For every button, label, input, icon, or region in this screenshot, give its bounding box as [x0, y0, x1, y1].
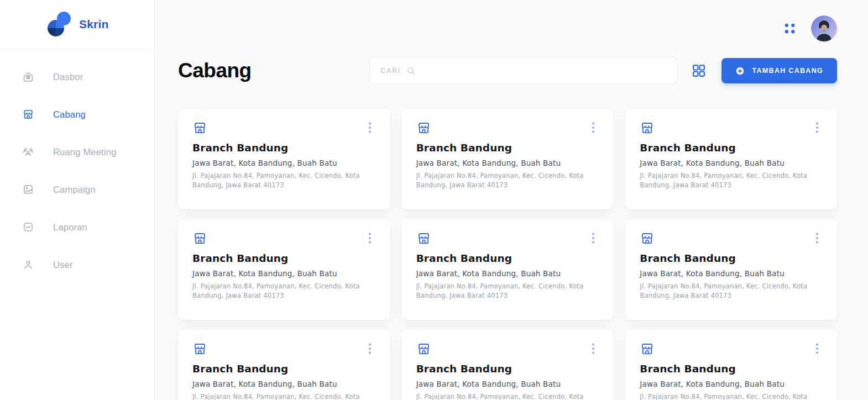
- report-icon: [22, 221, 34, 233]
- add-branch-button[interactable]: TAMBAH CABANG: [721, 58, 837, 83]
- store-icon: [192, 231, 207, 246]
- sidebar-item[interactable]: Cabang: [22, 101, 154, 128]
- sidebar-item-label: Ruang Meeting: [53, 147, 117, 157]
- branch-card[interactable]: Branch Bandung Jawa Barat, Kota Bandung,…: [402, 330, 614, 400]
- sidebar-item[interactable]: Laporan: [22, 214, 154, 240]
- branch-name: Branch Bandung: [640, 363, 823, 375]
- branch-card[interactable]: Branch Bandung Jawa Barat, Kota Bandung,…: [625, 219, 837, 320]
- more-options-icon[interactable]: [364, 231, 375, 245]
- branch-region: Jawa Barat, Kota Bandung, Buah Batu: [416, 269, 599, 278]
- branch-card-header: [640, 120, 823, 135]
- branch-name: Branch Bandung: [192, 142, 375, 154]
- branch-card[interactable]: Branch Bandung Jawa Barat, Kota Bandung,…: [178, 219, 390, 320]
- branch-card-header: [416, 341, 599, 356]
- page-header: Cabang TAMBAH CABANG: [178, 57, 837, 85]
- branch-name: Branch Bandung: [416, 363, 599, 375]
- topbar: [178, 0, 837, 46]
- people-icon: [22, 146, 34, 158]
- store-icon: [640, 231, 655, 246]
- sidebar-item[interactable]: Dasbor: [22, 64, 154, 90]
- plus-circle-icon: [735, 66, 745, 76]
- branch-region: Jawa Barat, Kota Bandung, Buah Batu: [416, 380, 599, 388]
- branch-region: Jawa Barat, Kota Bandung, Buah Batu: [640, 269, 823, 278]
- skrin-logo-icon: [48, 12, 72, 37]
- more-options-icon[interactable]: [364, 341, 375, 356]
- page-title: Cabang: [178, 59, 369, 82]
- avatar-image: [811, 15, 837, 41]
- more-options-icon[interactable]: [588, 231, 599, 245]
- store-icon: [416, 120, 431, 135]
- branch-address: Jl. Pajajaran No.84, Pamoyanan, Kec. Cic…: [640, 282, 822, 301]
- branch-card[interactable]: Branch Bandung Jawa Barat, Kota Bandung,…: [625, 109, 837, 209]
- branch-region: Jawa Barat, Kota Bandung, Buah Batu: [640, 380, 823, 388]
- add-branch-label: TAMBAH CABANG: [752, 67, 823, 75]
- image-icon: [22, 183, 34, 196]
- branch-name: Branch Bandung: [640, 252, 823, 264]
- sidebar-item[interactable]: User: [22, 251, 154, 278]
- branch-address: Jl. Pajajaran No.84, Pamoyanan, Kec. Cic…: [640, 392, 822, 400]
- store-icon: [192, 341, 207, 356]
- sidebar-item[interactable]: Ruang Meeting: [22, 139, 154, 165]
- branch-address: Jl. Pajajaran No.84, Pamoyanan, Kec. Cic…: [192, 282, 375, 301]
- more-options-icon[interactable]: [812, 231, 823, 245]
- store-icon: [22, 108, 34, 120]
- dashboard-icon: [22, 71, 34, 83]
- branch-card[interactable]: Branch Bandung Jawa Barat, Kota Bandung,…: [402, 109, 614, 209]
- more-options-icon[interactable]: [812, 120, 823, 135]
- sidebar-nav: Dasbor Cabang Ruang Meeting Campaign Lap…: [0, 49, 154, 278]
- sidebar-item[interactable]: Campaign: [22, 176, 154, 203]
- main-content: Cabang TAMBAH CABANG Branch Bandung Jawa…: [155, 0, 868, 400]
- branch-name: Branch Bandung: [640, 142, 823, 154]
- branch-card-header: [192, 231, 375, 246]
- user-avatar[interactable]: [811, 15, 837, 41]
- branch-card[interactable]: Branch Bandung Jawa Barat, Kota Bandung,…: [178, 109, 390, 209]
- branch-card-header: [192, 341, 375, 356]
- branch-name: Branch Bandung: [416, 142, 599, 154]
- branch-region: Jawa Barat, Kota Bandung, Buah Batu: [192, 159, 375, 167]
- branch-card-header: [416, 231, 599, 246]
- apps-grid-icon[interactable]: [783, 22, 797, 35]
- store-icon: [416, 231, 431, 246]
- brand-name: Skrin: [79, 18, 109, 31]
- branch-card-header: [192, 120, 375, 135]
- sidebar-item-label: Dasbor: [53, 72, 83, 82]
- branch-address: Jl. Pajajaran No.84, Pamoyanan, Kec. Cic…: [640, 171, 822, 191]
- branch-card-header: [640, 231, 823, 246]
- branch-region: Jawa Barat, Kota Bandung, Buah Batu: [192, 380, 375, 388]
- branch-name: Branch Bandung: [192, 252, 375, 264]
- grid-view-icon[interactable]: [691, 63, 707, 78]
- search-box: [369, 57, 678, 85]
- branch-address: Jl. Pajajaran No.84, Pamoyanan, Kec. Cic…: [192, 392, 375, 400]
- more-options-icon[interactable]: [364, 120, 375, 135]
- branch-address: Jl. Pajajaran No.84, Pamoyanan, Kec. Cic…: [416, 171, 599, 191]
- branch-name: Branch Bandung: [416, 252, 599, 264]
- branch-region: Jawa Barat, Kota Bandung, Buah Batu: [192, 269, 375, 278]
- branch-address: Jl. Pajajaran No.84, Pamoyanan, Kec. Cic…: [416, 392, 599, 400]
- branch-region: Jawa Barat, Kota Bandung, Buah Batu: [416, 159, 599, 167]
- search-input[interactable]: [369, 57, 678, 85]
- sidebar-item-label: Cabang: [53, 109, 86, 120]
- sidebar: Skrin Dasbor Cabang Ruang Meeting Campai…: [0, 0, 155, 400]
- branch-name: Branch Bandung: [192, 363, 375, 375]
- branch-card[interactable]: Branch Bandung Jawa Barat, Kota Bandung,…: [625, 330, 837, 400]
- brand[interactable]: Skrin: [0, 0, 154, 49]
- logo-dot-shape: [57, 12, 71, 25]
- sidebar-item-label: Laporan: [53, 222, 87, 233]
- store-icon: [416, 341, 431, 356]
- more-options-icon[interactable]: [812, 341, 823, 356]
- branch-card-grid: Branch Bandung Jawa Barat, Kota Bandung,…: [178, 109, 837, 400]
- branch-card-header: [416, 120, 599, 135]
- branch-address: Jl. Pajajaran No.84, Pamoyanan, Kec. Cic…: [192, 171, 375, 191]
- branch-address: Jl. Pajajaran No.84, Pamoyanan, Kec. Cic…: [416, 282, 599, 301]
- store-icon: [192, 120, 207, 135]
- store-icon: [640, 120, 655, 135]
- branch-region: Jawa Barat, Kota Bandung, Buah Batu: [640, 159, 823, 167]
- sidebar-item-label: Campaign: [53, 185, 96, 195]
- more-options-icon[interactable]: [588, 120, 599, 135]
- user-icon: [22, 259, 34, 271]
- sidebar-item-label: User: [53, 260, 73, 270]
- branch-card[interactable]: Branch Bandung Jawa Barat, Kota Bandung,…: [178, 330, 390, 400]
- branch-card[interactable]: Branch Bandung Jawa Barat, Kota Bandung,…: [402, 219, 614, 320]
- more-options-icon[interactable]: [588, 341, 599, 356]
- store-icon: [640, 341, 655, 356]
